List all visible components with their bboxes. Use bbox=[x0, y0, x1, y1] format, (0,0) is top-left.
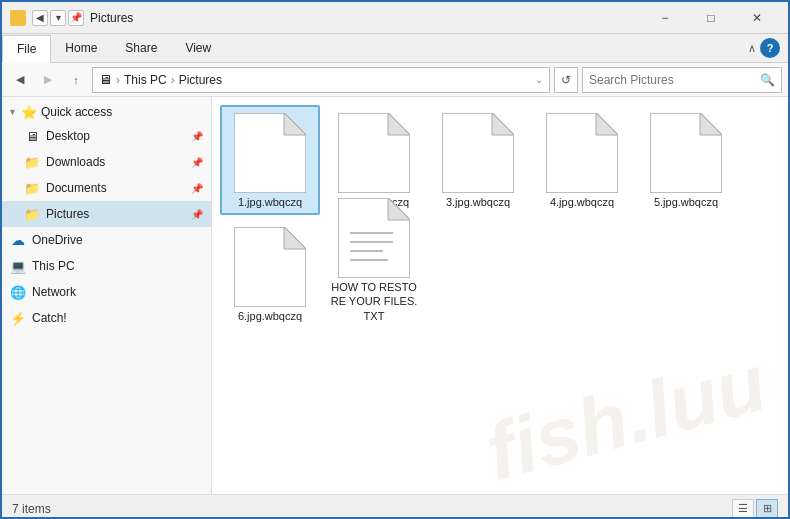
file-name-4: 4.jpg.wbqczq bbox=[550, 195, 614, 209]
minimize-button[interactable]: − bbox=[642, 2, 688, 34]
tab-view[interactable]: View bbox=[171, 34, 225, 62]
file-icon-5 bbox=[650, 113, 722, 193]
icon-view-button[interactable]: ⊞ bbox=[756, 499, 778, 519]
window-controls: − □ ✕ bbox=[642, 2, 780, 34]
pin-icon2: 📌 bbox=[191, 157, 203, 168]
downloads-icon: 📁 bbox=[24, 154, 40, 170]
file-icon-7 bbox=[338, 198, 410, 278]
downloads-label: Downloads bbox=[46, 155, 185, 169]
search-icon[interactable]: 🔍 bbox=[760, 73, 775, 87]
address-path[interactable]: 🖥 › This PC › Pictures ⌄ bbox=[92, 67, 550, 93]
file-icon-6 bbox=[234, 227, 306, 307]
quick-dropdown-btn[interactable]: ▾ bbox=[50, 10, 66, 26]
file-area: fish.luu 1.jpg.wbqczq bbox=[212, 97, 788, 494]
thispc-label: This PC bbox=[32, 259, 203, 273]
help-button[interactable]: ? bbox=[760, 38, 780, 58]
ribbon-collapse-btn[interactable]: ∧ bbox=[748, 42, 756, 55]
list-view-button[interactable]: ☰ bbox=[732, 499, 754, 519]
desktop-icon: 🖥 bbox=[24, 128, 40, 144]
pin-icon4: 📌 bbox=[191, 209, 203, 220]
file-name-3: 3.jpg.wbqczq bbox=[446, 195, 510, 209]
file-item-3[interactable]: 3.jpg.wbqczq bbox=[428, 105, 528, 215]
back-button[interactable]: ◀ bbox=[8, 68, 32, 92]
title-bar-tools: ◀ ▾ 📌 bbox=[32, 10, 84, 26]
path-dropdown-btn[interactable]: ⌄ bbox=[535, 74, 543, 85]
main-content: ▼ ⭐ Quick access 🖥 Desktop 📌 📁 Downloads… bbox=[2, 97, 788, 494]
item-count: 7 items bbox=[12, 502, 51, 516]
ribbon: File Home Share View ∧ ? bbox=[2, 34, 788, 63]
restore-button[interactable]: □ bbox=[688, 2, 734, 34]
network-icon: 🌐 bbox=[10, 284, 26, 300]
search-input[interactable] bbox=[589, 73, 760, 87]
quick-back-btn[interactable]: ◀ bbox=[32, 10, 48, 26]
svg-marker-5 bbox=[492, 113, 514, 135]
sidebar-item-network[interactable]: 🌐 Network bbox=[2, 279, 211, 305]
view-buttons: ☰ ⊞ bbox=[732, 499, 778, 519]
svg-marker-3 bbox=[388, 113, 410, 135]
sidebar-item-pictures[interactable]: 📁 Pictures 📌 bbox=[2, 201, 211, 227]
quick-access-star-icon: ⭐ bbox=[21, 105, 37, 120]
sidebar-item-quick-access[interactable]: ▼ ⭐ Quick access bbox=[2, 101, 211, 123]
file-icon-4 bbox=[546, 113, 618, 193]
catch-label: Catch! bbox=[32, 311, 203, 325]
documents-label: Documents bbox=[46, 181, 185, 195]
tab-home[interactable]: Home bbox=[51, 34, 111, 62]
svg-marker-11 bbox=[284, 227, 306, 249]
sidebar-item-downloads[interactable]: 📁 Downloads 📌 bbox=[2, 149, 211, 175]
pictures-label: Pictures bbox=[46, 207, 185, 221]
onedrive-icon: ☁ bbox=[10, 232, 26, 248]
path-this-pc[interactable]: This PC bbox=[124, 73, 167, 87]
path-home-icon: 🖥 bbox=[99, 72, 112, 87]
search-box[interactable]: 🔍 bbox=[582, 67, 782, 93]
path-pictures[interactable]: Pictures bbox=[179, 73, 222, 87]
svg-marker-1 bbox=[284, 113, 306, 135]
close-button[interactable]: ✕ bbox=[734, 2, 780, 34]
file-item-5[interactable]: 5.jpg.wbqczq bbox=[636, 105, 736, 215]
pictures-icon: 📁 bbox=[24, 206, 40, 222]
pin-icon3: 📌 bbox=[191, 183, 203, 194]
sidebar-item-onedrive[interactable]: ☁ OneDrive bbox=[2, 227, 211, 253]
refresh-button[interactable]: ↺ bbox=[554, 67, 578, 93]
status-bar: 7 items ☰ ⊞ bbox=[2, 494, 788, 519]
address-bar: ◀ ▶ ↑ 🖥 › This PC › Pictures ⌄ ↺ 🔍 bbox=[2, 63, 788, 97]
title-bar-left: ◀ ▾ 📌 Pictures bbox=[10, 10, 133, 26]
sidebar: ▼ ⭐ Quick access 🖥 Desktop 📌 📁 Downloads… bbox=[2, 97, 212, 494]
file-name-1: 1.jpg.wbqczq bbox=[238, 195, 302, 209]
folder-icon bbox=[10, 10, 26, 26]
title-bar: ◀ ▾ 📌 Pictures − □ ✕ bbox=[2, 2, 788, 34]
file-item-6[interactable]: 6.jpg.wbqczq bbox=[220, 219, 320, 329]
sidebar-item-documents[interactable]: 📁 Documents 📌 bbox=[2, 175, 211, 201]
file-item-1[interactable]: 1.jpg.wbqczq bbox=[220, 105, 320, 215]
svg-marker-13 bbox=[388, 198, 410, 220]
file-icon-1 bbox=[234, 113, 306, 193]
tab-share[interactable]: Share bbox=[111, 34, 171, 62]
file-grid: 1.jpg.wbqczq 2.jpeg.wbqczq bbox=[220, 105, 780, 329]
file-icon-3 bbox=[442, 113, 514, 193]
sidebar-item-catch[interactable]: ⚡ Catch! bbox=[2, 305, 211, 331]
file-name-6: 6.jpg.wbqczq bbox=[238, 309, 302, 323]
pin-icon: 📌 bbox=[191, 131, 203, 142]
sidebar-item-desktop[interactable]: 🖥 Desktop 📌 bbox=[2, 123, 211, 149]
ribbon-tabs: File Home Share View ∧ ? bbox=[2, 34, 788, 62]
quick-pin-btn[interactable]: 📌 bbox=[68, 10, 84, 26]
onedrive-label: OneDrive bbox=[32, 233, 203, 247]
network-label: Network bbox=[32, 285, 203, 299]
file-item-7[interactable]: HOW TO RESTORE YOUR FILES.TXT bbox=[324, 219, 424, 329]
file-icon-2 bbox=[338, 113, 410, 193]
catch-icon: ⚡ bbox=[10, 310, 26, 326]
watermark: fish.luu bbox=[477, 337, 776, 494]
file-item-4[interactable]: 4.jpg.wbqczq bbox=[532, 105, 632, 215]
window-title: Pictures bbox=[90, 11, 133, 25]
file-name-5: 5.jpg.wbqczq bbox=[654, 195, 718, 209]
quick-access-label: Quick access bbox=[41, 105, 112, 119]
file-name-7: HOW TO RESTORE YOUR FILES.TXT bbox=[330, 280, 418, 323]
svg-marker-9 bbox=[700, 113, 722, 135]
up-button[interactable]: ↑ bbox=[64, 68, 88, 92]
ribbon-expand: ∧ ? bbox=[740, 34, 788, 62]
thispc-icon: 💻 bbox=[10, 258, 26, 274]
svg-marker-7 bbox=[596, 113, 618, 135]
tab-file[interactable]: File bbox=[2, 35, 51, 63]
forward-button[interactable]: ▶ bbox=[36, 68, 60, 92]
desktop-label: Desktop bbox=[46, 129, 185, 143]
sidebar-item-this-pc[interactable]: 💻 This PC bbox=[2, 253, 211, 279]
